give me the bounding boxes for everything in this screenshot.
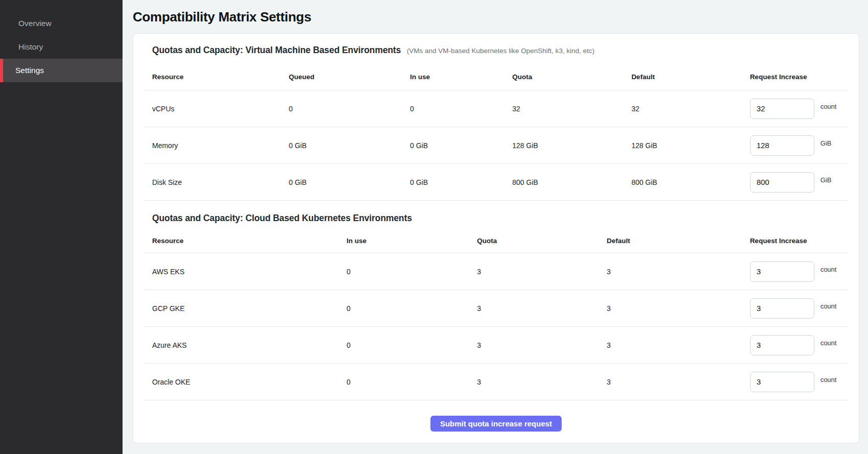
cloud-table-header: Resource In use Quota Default Request In… bbox=[143, 224, 849, 253]
sidebar-item-history-label: History bbox=[18, 42, 43, 52]
resource-name: AWS EKS bbox=[143, 268, 347, 276]
oracle-oke-request-input[interactable] bbox=[750, 372, 814, 392]
resource-name: Azure AKS bbox=[143, 341, 347, 349]
main-content: Compatibility Matrix Settings Quotas and… bbox=[123, 0, 868, 454]
submit-quota-increase-button[interactable]: Submit quota increase request bbox=[430, 416, 562, 432]
gcp-gke-request-input[interactable] bbox=[750, 298, 814, 319]
quota-value: 3 bbox=[477, 378, 607, 386]
aws-eks-request-input[interactable] bbox=[750, 261, 814, 282]
quota-value: 3 bbox=[477, 268, 607, 276]
cloud-section-header: Quotas and Capacity: Cloud Based Kuberne… bbox=[152, 213, 849, 224]
queued-value: 0 GiB bbox=[288, 178, 410, 186]
unit-label: GiB bbox=[821, 139, 832, 147]
sidebar-item-overview-label: Overview bbox=[18, 19, 52, 28]
vm-section-title: Quotas and Capacity: Virtual Machine Bas… bbox=[152, 45, 401, 55]
unit-label: count bbox=[821, 266, 837, 273]
unit-label: count bbox=[821, 376, 837, 384]
resource-name: Disk Size bbox=[143, 178, 288, 186]
cloud-col-quota: Quota bbox=[477, 237, 607, 245]
table-row-memory: Memory 0 GiB 0 GiB 128 GiB 128 GiB GiB bbox=[143, 127, 849, 164]
vm-col-default: Default bbox=[632, 73, 750, 81]
vm-col-request-increase: Request Increase bbox=[750, 73, 849, 81]
sidebar: Overview History Settings bbox=[0, 0, 123, 454]
unit-label: GiB bbox=[821, 176, 832, 184]
sidebar-item-settings-label: Settings bbox=[15, 66, 44, 75]
queued-value: 0 GiB bbox=[288, 141, 410, 150]
vm-table-header: Resource Queued In use Quota Default Req… bbox=[143, 56, 849, 90]
in-use-value: 0 bbox=[347, 304, 477, 313]
unit-label: count bbox=[821, 103, 837, 110]
vm-section-header: Quotas and Capacity: Virtual Machine Bas… bbox=[152, 45, 849, 56]
quota-value: 800 GiB bbox=[512, 178, 631, 186]
default-value: 800 GiB bbox=[632, 178, 750, 186]
default-value: 3 bbox=[607, 304, 750, 313]
in-use-value: 0 bbox=[410, 105, 512, 113]
sidebar-item-overview[interactable]: Overview bbox=[0, 12, 123, 35]
table-row-vcpus: vCPUs 0 0 32 32 count bbox=[143, 90, 849, 127]
in-use-value: 0 bbox=[347, 378, 477, 386]
cloud-col-in-use: In use bbox=[347, 237, 477, 245]
resource-name: GCP GKE bbox=[143, 304, 347, 313]
unit-label: count bbox=[821, 302, 837, 310]
default-value: 128 GiB bbox=[632, 141, 750, 150]
default-value: 3 bbox=[607, 378, 750, 386]
default-value: 3 bbox=[607, 268, 750, 276]
cloud-col-default: Default bbox=[607, 237, 750, 245]
quota-settings-card: Quotas and Capacity: Virtual Machine Bas… bbox=[133, 33, 859, 443]
quota-value: 32 bbox=[512, 105, 631, 113]
quota-value: 3 bbox=[477, 341, 607, 349]
table-row-disk-size: Disk Size 0 GiB 0 GiB 800 GiB 800 GiB Gi… bbox=[143, 164, 849, 201]
memory-request-input[interactable] bbox=[750, 135, 814, 156]
sidebar-item-settings[interactable]: Settings bbox=[0, 59, 123, 82]
cloud-section-title: Quotas and Capacity: Cloud Based Kuberne… bbox=[152, 213, 412, 223]
vm-col-in-use: In use bbox=[410, 73, 512, 81]
table-row-azure-aks: Azure AKS 0 3 3 count bbox=[143, 327, 849, 364]
queued-value: 0 bbox=[288, 105, 410, 113]
vcpus-request-input[interactable] bbox=[750, 99, 814, 119]
in-use-value: 0 GiB bbox=[410, 178, 512, 186]
table-row-oracle-oke: Oracle OKE 0 3 3 count bbox=[143, 364, 849, 400]
in-use-value: 0 GiB bbox=[410, 141, 512, 150]
azure-aks-request-input[interactable] bbox=[750, 335, 814, 355]
cloud-col-request-increase: Request Increase bbox=[750, 237, 849, 245]
resource-name: Oracle OKE bbox=[143, 378, 347, 386]
page-title: Compatibility Matrix Settings bbox=[133, 9, 859, 25]
vm-col-quota: Quota bbox=[512, 73, 631, 81]
quota-value: 128 GiB bbox=[512, 141, 631, 150]
resource-name: Memory bbox=[143, 141, 288, 150]
sidebar-item-history[interactable]: History bbox=[0, 35, 123, 59]
submit-row: Submit quota increase request bbox=[143, 416, 849, 432]
quota-value: 3 bbox=[477, 304, 607, 313]
in-use-value: 0 bbox=[347, 268, 477, 276]
default-value: 3 bbox=[607, 341, 750, 349]
cloud-col-resource: Resource bbox=[143, 237, 347, 245]
disk-size-request-input[interactable] bbox=[750, 172, 814, 193]
table-row-aws-eks: AWS EKS 0 3 3 count bbox=[143, 253, 849, 290]
default-value: 32 bbox=[632, 105, 750, 113]
unit-label: count bbox=[821, 339, 837, 347]
vm-col-queued: Queued bbox=[288, 73, 410, 81]
vm-section-subtitle: (VMs and VM-based Kubernetes like OpenSh… bbox=[407, 47, 595, 55]
in-use-value: 0 bbox=[347, 341, 477, 349]
vm-col-resource: Resource bbox=[143, 73, 288, 81]
resource-name: vCPUs bbox=[143, 105, 288, 113]
table-row-gcp-gke: GCP GKE 0 3 3 count bbox=[143, 290, 849, 327]
